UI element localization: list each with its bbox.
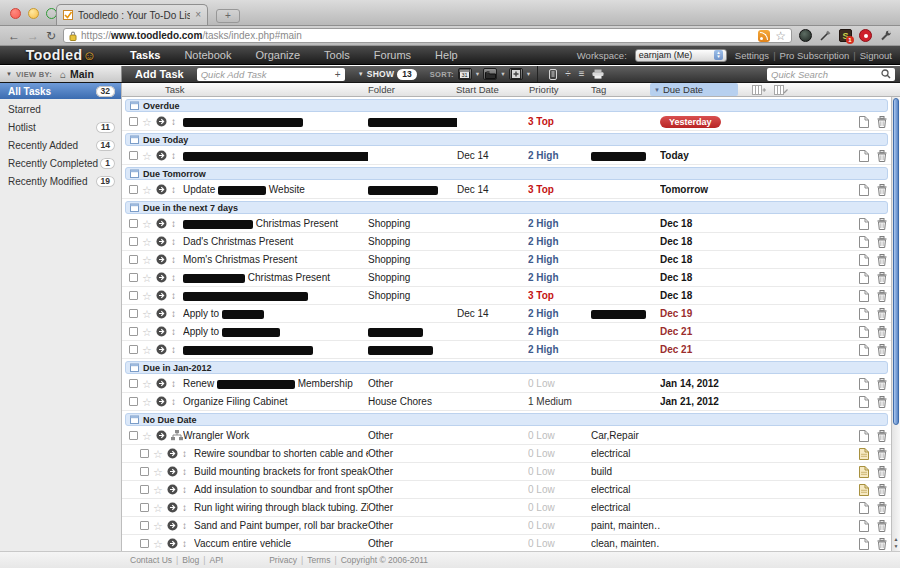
trash-icon[interactable] — [877, 538, 887, 550]
task-action-icon[interactable] — [156, 290, 167, 301]
priority-cell[interactable]: 2 High — [528, 218, 591, 229]
reorder-icon[interactable]: ↕ — [182, 449, 187, 459]
task-row[interactable]: ☆↕Apply to Dec 142 HighDec 19 — [122, 305, 891, 323]
task-action-icon[interactable] — [156, 344, 167, 355]
task-title[interactable]: Apply to — [183, 308, 368, 319]
task-row[interactable]: ☆↕Sand and Paint bumper, roll bar bracke… — [122, 517, 891, 535]
section-header[interactable]: Due in Jan-2012 — [125, 361, 888, 374]
trash-icon[interactable] — [877, 448, 887, 460]
reorder-icon[interactable]: ↕ — [171, 185, 176, 195]
star-icon[interactable]: ☆ — [153, 485, 163, 495]
address-bar[interactable]: https://www.toodledo.com/tasks/index.php… — [63, 28, 792, 43]
trash-icon[interactable] — [877, 326, 887, 338]
extension-icon[interactable] — [799, 29, 812, 42]
column-due-date[interactable]: ▼Due Date — [650, 83, 738, 96]
add-task-button[interactable]: Add Task — [122, 68, 197, 80]
task-action-icon[interactable] — [167, 466, 178, 477]
task-title[interactable]: Apply to — [183, 326, 368, 337]
sidebar-item-recently-added[interactable]: Recently Added14 — [0, 137, 121, 153]
star-icon[interactable]: ☆ — [142, 219, 152, 229]
sort-add-button[interactable] — [509, 68, 523, 80]
task-checkbox[interactable] — [140, 503, 149, 512]
tag-cell[interactable]: clean, mainten… — [591, 538, 660, 549]
task-title[interactable]: Dad's Christmas Present — [183, 236, 368, 247]
star-icon[interactable]: ☆ — [153, 539, 163, 549]
due-date-cell[interactable]: Dec 18 — [660, 290, 855, 301]
nav-item-help[interactable]: Help — [435, 49, 458, 61]
view-by-selector[interactable]: ▼ VIEW BY: ⌂ Main — [0, 66, 122, 82]
due-date-cell[interactable]: Yesterday — [660, 116, 855, 128]
star-icon[interactable]: ☆ — [142, 117, 152, 127]
folder-cell[interactable] — [368, 326, 457, 337]
task-checkbox[interactable] — [129, 309, 138, 318]
reorder-icon[interactable]: ↕ — [182, 485, 187, 495]
note-icon[interactable] — [859, 184, 869, 196]
note-icon[interactable] — [859, 466, 869, 478]
trash-icon[interactable] — [877, 290, 887, 302]
star-icon[interactable]: ☆ — [153, 467, 163, 477]
trash-icon[interactable] — [877, 466, 887, 478]
due-date-cell[interactable]: Dec 18 — [660, 218, 855, 229]
nav-item-tasks[interactable]: Tasks — [130, 49, 160, 61]
task-checkbox[interactable] — [129, 345, 138, 354]
footer-link[interactable]: Terms — [307, 555, 330, 565]
scroll-down-icon[interactable]: ▼ — [894, 543, 899, 549]
folder-cell[interactable]: Shopping — [368, 290, 457, 301]
minimize-window-button[interactable] — [28, 8, 39, 19]
task-checkbox[interactable] — [140, 467, 149, 476]
folder-cell[interactable]: Other — [368, 448, 457, 459]
star-icon[interactable]: ☆ — [142, 291, 152, 301]
task-checkbox[interactable] — [129, 237, 138, 246]
note-icon[interactable] — [859, 396, 869, 408]
reorder-icon[interactable]: ↕ — [171, 255, 176, 265]
nav-item-organize[interactable]: Organize — [255, 49, 300, 61]
task-checkbox[interactable] — [129, 397, 138, 406]
reorder-icon[interactable]: ↕ — [171, 291, 176, 301]
task-checkbox[interactable] — [140, 485, 149, 494]
folder-cell[interactable]: Shopping — [368, 236, 457, 247]
task-row[interactable]: ☆↕Add insulation to soundbar and front s… — [122, 481, 891, 499]
task-checkbox[interactable] — [129, 291, 138, 300]
note-icon[interactable] — [859, 308, 869, 320]
priority-cell[interactable]: 0 Low — [528, 466, 591, 477]
task-action-icon[interactable] — [156, 184, 167, 195]
star-icon[interactable]: ☆ — [142, 379, 152, 389]
task-title[interactable]: Mom's Christmas Present — [183, 254, 368, 265]
extension-record-icon[interactable] — [859, 29, 872, 42]
priority-cell[interactable]: 2 High — [528, 254, 591, 265]
star-icon[interactable]: ☆ — [142, 273, 152, 283]
task-row[interactable]: ☆↕Run light wiring through black tubing.… — [122, 499, 891, 517]
task-action-icon[interactable] — [156, 378, 167, 389]
folder-cell[interactable]: Other — [368, 430, 457, 441]
task-row[interactable]: ☆↕2 HighDec 21 — [122, 341, 891, 359]
star-icon[interactable]: ☆ — [153, 503, 163, 513]
reorder-icon[interactable]: ↕ — [182, 521, 187, 531]
priority-cell[interactable]: 0 Low — [528, 502, 591, 513]
new-tab-button[interactable]: + — [216, 9, 240, 23]
trash-icon[interactable] — [877, 218, 887, 230]
nav-item-notebook[interactable]: Notebook — [184, 49, 231, 61]
task-title[interactable]: Christmas Present — [183, 272, 368, 283]
tab-close-icon[interactable]: × — [195, 10, 201, 20]
section-header[interactable]: No Due Date — [125, 413, 888, 426]
task-row[interactable]: ☆↕Vaccum entire vehicleOther0 Lowclean, … — [122, 535, 891, 551]
folder-cell[interactable]: Other — [368, 538, 457, 549]
task-title[interactable] — [183, 150, 368, 161]
nav-item-forums[interactable]: Forums — [374, 49, 411, 61]
due-date-cell[interactable]: Dec 19 — [660, 308, 855, 319]
task-title[interactable]: Update Website — [183, 184, 368, 195]
section-header[interactable]: Overdue — [125, 99, 888, 112]
tag-cell[interactable] — [591, 308, 660, 319]
folder-cell[interactable]: Other — [368, 502, 457, 513]
close-window-button[interactable] — [10, 8, 21, 19]
task-action-icon[interactable] — [156, 396, 167, 407]
task-checkbox[interactable] — [140, 539, 149, 548]
task-checkbox[interactable] — [129, 327, 138, 336]
priority-cell[interactable]: 0 Low — [528, 448, 591, 459]
divider-view-icon[interactable]: ÷ — [565, 69, 571, 79]
task-checkbox[interactable] — [129, 379, 138, 388]
note-icon[interactable] — [859, 290, 869, 302]
due-date-cell[interactable]: Dec 21 — [660, 344, 855, 355]
task-checkbox[interactable] — [129, 117, 138, 126]
nav-item-tools[interactable]: Tools — [324, 49, 350, 61]
